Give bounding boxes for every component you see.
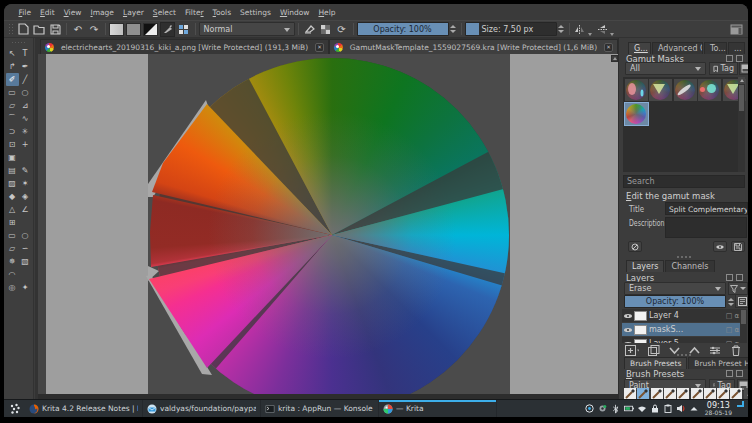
toolbox-handle[interactable] <box>11 41 26 45</box>
alpha-lock-button[interactable] <box>318 22 333 37</box>
settings-icon[interactable] <box>598 404 608 414</box>
reload-preset-button[interactable]: ⟳ <box>334 22 349 37</box>
layer-opacity-slider[interactable]: Opacity: 100% <box>624 295 726 308</box>
tool-button[interactable]: ⊡ <box>6 138 19 151</box>
mask-atmospheric-triad[interactable] <box>625 79 648 101</box>
tool-button[interactable]: ↱ <box>6 60 19 73</box>
caret-up-icon[interactable] <box>689 404 699 414</box>
clipboard-icon[interactable] <box>663 404 673 414</box>
dock-splitter[interactable] <box>676 256 692 258</box>
docker-tab-advanced-color[interactable]: Advanced Co... <box>652 42 703 54</box>
layer-properties-button[interactable] <box>709 345 721 357</box>
save-button[interactable] <box>48 22 63 37</box>
close-tab-button[interactable]: ✕ <box>315 43 324 52</box>
task-button[interactable]: Krita 4.2 Release Notes | Krita - ... <box>25 400 143 417</box>
task-button[interactable]: valdyas/foundation/paypal — KM... <box>143 400 261 417</box>
tool-button[interactable]: ✐ <box>6 73 19 86</box>
tool-button[interactable]: ▣ <box>6 151 19 164</box>
channels-tab[interactable]: Channels <box>665 260 714 272</box>
toolbar-handle[interactable] <box>8 23 13 36</box>
docker-tab-gamut[interactable]: G... <box>628 42 651 54</box>
docker-tab-tool-options[interactable]: To... <box>704 42 727 54</box>
kdeconnect-icon[interactable] <box>585 404 595 414</box>
new-document-button[interactable] <box>16 22 31 37</box>
layer-visible-icon[interactable] <box>624 326 632 334</box>
layer-list-scrollbar[interactable] <box>740 309 747 343</box>
volume-icon[interactable] <box>676 404 686 414</box>
redo-button[interactable]: ↷ <box>87 22 102 37</box>
tool-button[interactable]: ▭ <box>6 86 19 99</box>
brush-presets-tab[interactable]: Brush Presets <box>624 357 687 369</box>
mask-shifted-triad[interactable] <box>698 79 721 101</box>
layer-visible-icon[interactable] <box>624 312 632 320</box>
bluetooth-icon[interactable] <box>611 404 621 414</box>
mask-complementary[interactable] <box>649 79 672 101</box>
menu-item[interactable]: File <box>14 6 36 19</box>
task-button[interactable]: — Krita <box>379 400 497 417</box>
mirror-vertical-button[interactable] <box>595 22 610 37</box>
mask-filter-combo[interactable]: All <box>625 62 706 75</box>
layers-tab[interactable]: Layers <box>626 260 664 272</box>
undo-button[interactable]: ↶ <box>71 22 86 37</box>
menu-item[interactable]: Select <box>148 6 180 19</box>
tool-button[interactable]: ∠ <box>19 203 32 216</box>
document-tab[interactable]: electrichearts_20190316_kiki_a.png [Writ… <box>40 39 329 54</box>
layers-dock-buttons[interactable] <box>726 274 743 281</box>
search-input[interactable]: Search <box>623 175 745 188</box>
mask-dominant-hue[interactable] <box>674 79 697 101</box>
menu-item[interactable]: View <box>59 6 86 19</box>
tool-button[interactable]: ▤ <box>6 164 19 177</box>
tool-button[interactable]: ∽ <box>19 242 32 255</box>
canvas-scroll-corner[interactable] <box>611 55 618 62</box>
tool-button[interactable]: ⊞ <box>6 216 19 229</box>
tool-button[interactable]: ◎ <box>6 281 19 294</box>
brush-presets-dock-buttons[interactable] <box>726 370 743 377</box>
tool-button[interactable]: ✦ <box>19 281 32 294</box>
description-input[interactable] <box>665 217 747 238</box>
preview-mask-button[interactable] <box>713 241 727 252</box>
tool-button[interactable]: ▭ <box>6 229 19 242</box>
cancel-edit-button[interactable] <box>628 241 642 252</box>
tool-button[interactable]: ◠ <box>6 268 19 281</box>
battery-icon[interactable] <box>624 404 634 414</box>
tool-button[interactable]: ▱ <box>6 99 19 112</box>
menu-item[interactable]: Window <box>275 6 314 19</box>
tool-button[interactable]: ◈ <box>19 190 32 203</box>
tool-button[interactable]: ⊿ <box>19 99 32 112</box>
layer-blend-combo[interactable]: Erase <box>624 282 726 295</box>
docker-tab-overflow[interactable]: ... <box>728 42 745 54</box>
duplicate-layer-button[interactable] <box>648 345 660 357</box>
mirror-horizontal-button[interactable] <box>573 22 588 37</box>
clock[interactable]: 09:13 28-05-19 <box>702 402 735 416</box>
opacity-spinner[interactable] <box>450 22 458 36</box>
task-button[interactable]: krita : AppRun — Konsole <box>261 400 379 417</box>
tool-button[interactable]: ▧ <box>19 255 32 268</box>
document-tab[interactable]: GamutMaskTemplate_1559027569.kra [Write … <box>329 39 618 54</box>
blend-mode-combo[interactable]: Normal <box>199 22 295 36</box>
tool-button[interactable]: + <box>19 138 32 151</box>
menu-item[interactable]: Help <box>314 6 340 19</box>
display-mode-button[interactable] <box>739 62 748 75</box>
lock-icon[interactable] <box>650 404 660 414</box>
tool-button[interactable]: ∿ <box>19 112 32 125</box>
gamut-masks-dock-buttons[interactable] <box>726 55 743 62</box>
tool-button[interactable] <box>19 268 32 281</box>
tool-button[interactable]: ✳ <box>19 125 32 138</box>
tool-button[interactable]: T <box>19 47 32 60</box>
gradient-swatch-2[interactable] <box>126 23 141 36</box>
grid-icon-button[interactable] <box>176 22 191 37</box>
layer-row[interactable]: Layer 4 □α <box>622 309 741 322</box>
tool-button[interactable]: ▨ <box>6 177 19 190</box>
close-tab-button[interactable]: ✕ <box>604 43 613 52</box>
eraser-mode-button[interactable] <box>302 22 317 37</box>
tool-button[interactable]: ◆ <box>6 190 19 203</box>
menu-item[interactable]: Edit <box>36 6 60 19</box>
dock-splitter-2[interactable] <box>676 354 692 356</box>
tool-button[interactable]: ▱ <box>6 242 19 255</box>
mask-selected[interactable] <box>625 103 648 125</box>
tool-button[interactable]: ⌒ <box>6 112 19 125</box>
menu-item[interactable]: Tools <box>208 6 235 19</box>
open-document-button[interactable] <box>32 22 47 37</box>
menu-item[interactable]: Settings <box>236 6 276 19</box>
tag-button[interactable]: Tag <box>709 62 738 75</box>
